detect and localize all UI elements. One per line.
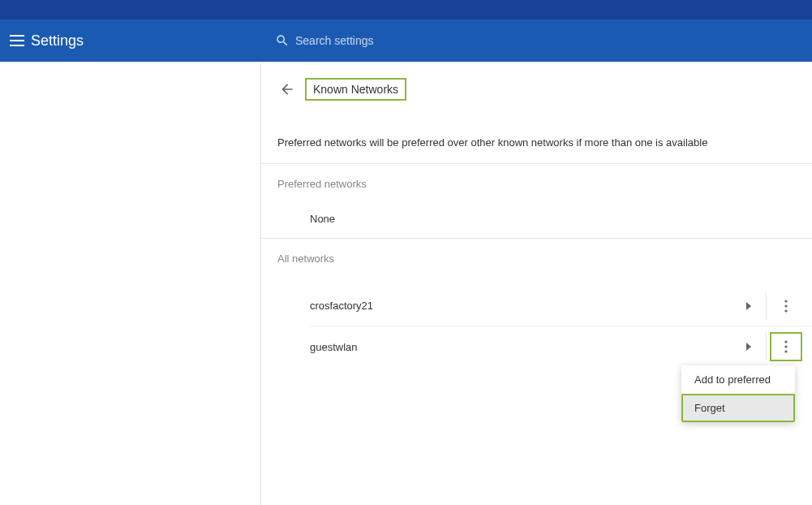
search-input[interactable] <box>295 34 812 47</box>
network-name-label: crosfactory21 <box>310 300 737 312</box>
network-row[interactable]: guestwlan <box>310 326 812 367</box>
more-vert-icon <box>784 340 788 353</box>
arrow-right-icon <box>737 302 763 310</box>
svg-point-6 <box>784 340 787 343</box>
more-vert-icon <box>784 300 788 313</box>
breadcrumb-row: Known Networks <box>261 62 812 102</box>
preferred-networks-header: Preferred networks <box>261 164 812 200</box>
svg-point-8 <box>784 350 787 352</box>
svg-rect-0 <box>10 35 24 37</box>
header-bar: Settings <box>0 19 812 62</box>
network-name-label: guestwlan <box>310 341 737 353</box>
hamburger-menu-button[interactable] <box>0 19 29 62</box>
menu-item-add-to-preferred[interactable]: Add to preferred <box>681 365 795 394</box>
menu-item-forget[interactable]: Forget <box>681 394 795 422</box>
svg-point-3 <box>784 300 787 302</box>
context-menu: Add to preferred Forget <box>681 365 795 422</box>
arrow-right-icon <box>737 343 763 351</box>
header-left: Settings <box>0 19 261 62</box>
content-panel: Known Networks Preferred networks will b… <box>261 62 812 505</box>
network-more-button[interactable] <box>770 291 802 321</box>
arrow-back-icon <box>279 81 295 97</box>
svg-point-4 <box>784 304 787 307</box>
svg-rect-2 <box>10 45 24 46</box>
page-title-highlight: Known Networks <box>305 78 406 101</box>
svg-rect-1 <box>10 40 24 41</box>
all-networks-header: All networks <box>261 239 812 274</box>
network-more-button[interactable] <box>770 332 802 361</box>
row-divider <box>766 333 767 360</box>
svg-point-7 <box>784 345 787 347</box>
back-button[interactable] <box>277 80 297 99</box>
page-title: Known Networks <box>313 83 398 96</box>
app-title: Settings <box>31 32 84 50</box>
row-divider <box>766 292 767 320</box>
network-row[interactable]: crosfactory21 <box>310 286 812 326</box>
header-right <box>261 19 812 62</box>
preferred-networks-none: None <box>261 200 812 238</box>
search-icon <box>261 33 295 48</box>
hamburger-icon <box>10 35 24 46</box>
sidebar <box>0 62 261 505</box>
all-networks-list: crosfactory21 guestwlan <box>261 274 812 367</box>
svg-point-5 <box>784 309 787 312</box>
window-top-bar <box>0 0 812 19</box>
main-area: Known Networks Preferred networks will b… <box>0 62 812 505</box>
page-description: Preferred networks will be preferred ove… <box>261 102 812 163</box>
